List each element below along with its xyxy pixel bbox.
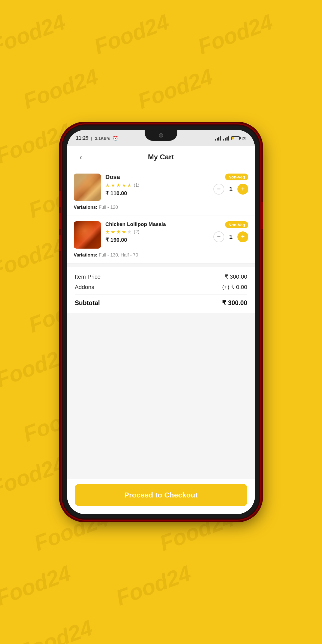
star-2: ★ [111, 182, 115, 188]
non-veg-badge: Non-Veg [225, 221, 248, 228]
notch [145, 130, 177, 141]
review-count: (1) [134, 183, 139, 188]
variations-label: Variations: [74, 252, 97, 258]
cart-item: Dosa ★ ★ ★ ★ ★ (1) ₹ 110.00 [67, 168, 255, 216]
status-network: | [91, 136, 92, 141]
price-divider [75, 294, 247, 294]
app-header: ‹ My Cart [67, 146, 255, 168]
quantity-value: 1 [228, 186, 234, 193]
item-info: Chicken Lollipop Masala ★ ★ ★ ★ ★ (2) ₹ … [105, 221, 209, 246]
cart-item: Chicken Lollipop Masala ★ ★ ★ ★ ★ (2) ₹ … [67, 216, 255, 264]
back-button[interactable]: ‹ [75, 151, 87, 163]
increase-quantity-button[interactable]: + [237, 231, 248, 242]
battery-level: 26 [242, 136, 246, 140]
addons-value: (+) ₹ 0.00 [222, 284, 247, 290]
status-bar: 11:29 | 2.1KB/s ⏰ [67, 130, 255, 146]
proceed-to-checkout-button[interactable]: Proceed to Checkout [75, 484, 247, 506]
variations-label: Variations: [74, 205, 97, 210]
item-name: Dosa [105, 174, 120, 181]
phone-screen: 11:29 | 2.1KB/s ⏰ [67, 130, 255, 514]
decrease-quantity-button[interactable]: − [213, 184, 224, 195]
item-name: Chicken Lollipop Masala [105, 221, 166, 227]
star-1: ★ [105, 229, 110, 235]
item-right: Non-Veg − 1 + [213, 221, 248, 242]
subtotal-row: Subtotal ₹ 300.00 [75, 299, 247, 307]
item-price-value: ₹ 300.00 [225, 273, 247, 280]
cart-item-top: Dosa ★ ★ ★ ★ ★ (1) ₹ 110.00 [74, 174, 248, 201]
variations-value: Full - 130, Half - 70 [99, 252, 138, 258]
item-info: Dosa ★ ★ ★ ★ ★ (1) ₹ 110.00 [105, 174, 209, 199]
cart-item-top: Chicken Lollipop Masala ★ ★ ★ ★ ★ (2) ₹ … [74, 221, 248, 249]
page-title: My Cart [87, 153, 235, 161]
item-price: ₹ 110.00 [105, 190, 209, 196]
cart-content: Dosa ★ ★ ★ ★ ★ (1) ₹ 110.00 [67, 168, 255, 514]
star-3: ★ [116, 229, 121, 235]
status-time: 11:29 [76, 135, 88, 141]
item-price: ₹ 190.00 [105, 237, 209, 243]
star-1: ★ [105, 182, 110, 188]
phone-shell: 11:29 | 2.1KB/s ⏰ [63, 126, 259, 518]
cart-items-section: Dosa ★ ★ ★ ★ ★ (1) ₹ 110.00 [67, 168, 255, 264]
star-4: ★ [122, 182, 126, 188]
cart-spacer [67, 313, 255, 479]
checkout-section: Proceed to Checkout [67, 479, 255, 514]
star-5: ★ [127, 182, 132, 188]
variations-value: Full - 120 [99, 205, 118, 210]
item-name-row: Chicken Lollipop Masala [105, 221, 209, 227]
item-stars: ★ ★ ★ ★ ★ (2) [105, 229, 209, 235]
variations-row: Variations: Full - 120 [74, 205, 248, 210]
star-2: ★ [111, 229, 115, 235]
signal-icon [215, 136, 221, 141]
star-3: ★ [116, 182, 121, 188]
alarm-icon: ⏰ [113, 136, 118, 141]
non-veg-badge: Non-Veg [225, 174, 248, 180]
review-count: (2) [134, 229, 139, 235]
status-speed: 2.1KB/s [95, 136, 110, 141]
increase-quantity-button[interactable]: + [237, 184, 248, 195]
item-right: Non-Veg − 1 + [213, 174, 248, 195]
star-5: ★ [127, 229, 132, 235]
status-right: 26 [215, 136, 246, 141]
quantity-control: − 1 + [213, 184, 248, 195]
subtotal-label: Subtotal [75, 299, 100, 307]
item-name-row: Dosa [105, 174, 209, 181]
variations-row: Variations: Full - 130, Half - 70 [74, 252, 248, 258]
item-price-row: Item Price ₹ 300.00 [75, 273, 247, 280]
dosa-image [74, 174, 101, 201]
battery-icon [231, 136, 240, 140]
decrease-quantity-button[interactable]: − [213, 231, 224, 242]
back-arrow-icon: ‹ [79, 153, 82, 162]
quantity-value: 1 [228, 233, 234, 240]
quantity-control: − 1 + [213, 231, 248, 242]
addons-label: Addons [75, 284, 94, 290]
star-4: ★ [122, 229, 126, 235]
addons-row: Addons (+) ₹ 0.00 [75, 284, 247, 290]
item-stars: ★ ★ ★ ★ ★ (1) [105, 182, 209, 188]
price-summary: Item Price ₹ 300.00 Addons (+) ₹ 0.00 Su… [67, 267, 255, 313]
item-price-label: Item Price [75, 273, 101, 280]
subtotal-value: ₹ 300.00 [222, 299, 247, 307]
wifi-icon [223, 136, 229, 141]
chicken-image [74, 221, 101, 249]
status-left: 11:29 | 2.1KB/s ⏰ [76, 135, 118, 141]
camera [159, 133, 163, 138]
